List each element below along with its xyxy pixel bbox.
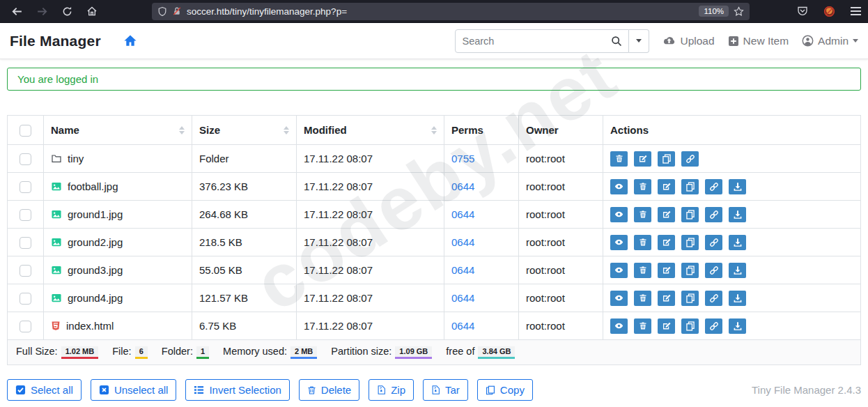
eye-button[interactable]	[610, 263, 628, 278]
column-header-size[interactable]: Size	[192, 116, 297, 145]
edit-button[interactable]	[658, 179, 675, 194]
row-checkbox[interactable]	[20, 181, 31, 193]
menu-icon[interactable]	[851, 7, 861, 15]
admin-menu-button[interactable]: Admin	[802, 35, 858, 47]
zip-button[interactable]: Zip	[369, 379, 414, 401]
trash-button[interactable]	[634, 179, 651, 194]
file-name[interactable]: ground4.jpg	[68, 292, 123, 304]
link-button[interactable]	[705, 318, 722, 334]
column-header-name[interactable]: Name	[44, 116, 192, 145]
tracking-shield-icon[interactable]	[157, 6, 167, 17]
trash-button[interactable]	[634, 291, 651, 306]
perms-link[interactable]: 0644	[451, 264, 474, 276]
link-button[interactable]	[705, 179, 722, 194]
trash-button[interactable]	[634, 263, 651, 278]
file-name[interactable]: ground1.jpg	[68, 208, 123, 220]
copy-button[interactable]	[658, 151, 675, 167]
edit-button[interactable]	[658, 291, 675, 306]
edit-button[interactable]	[634, 151, 651, 167]
column-header-actions: Actions	[603, 116, 861, 145]
file-owner: root:root	[519, 284, 603, 312]
search-input[interactable]	[462, 36, 611, 47]
trash-button[interactable]	[634, 318, 651, 334]
file-name[interactable]: tiny	[68, 153, 84, 164]
copy-button[interactable]: Copy	[477, 379, 533, 401]
eye-icon	[614, 293, 624, 302]
row-checkbox[interactable]	[20, 237, 31, 249]
upload-button[interactable]: Upload	[662, 35, 714, 47]
url-bar[interactable]: soccer.htb/tiny/tinyfilemanager.php?p= 1…	[152, 3, 750, 20]
copy-button[interactable]	[681, 235, 699, 250]
row-checkbox[interactable]	[20, 209, 31, 221]
perms-link[interactable]: 0755	[451, 153, 474, 164]
x-square-icon	[99, 385, 109, 395]
table-row: ground2.jpg 218.5 KB 17.11.22 08:07 0644…	[8, 229, 861, 256]
row-checkbox[interactable]	[20, 153, 31, 165]
page-title: File Manager	[10, 33, 101, 49]
select-all-button[interactable]: Select all	[7, 379, 82, 401]
pocket-icon[interactable]	[797, 6, 808, 17]
perms-link[interactable]: 0644	[451, 181, 474, 192]
perms-link[interactable]: 0644	[451, 320, 474, 332]
reload-icon[interactable]	[57, 2, 77, 20]
file-modified: 17.11.22 08:07	[297, 229, 444, 256]
file-name[interactable]: ground2.jpg	[68, 236, 123, 248]
download-button[interactable]	[729, 291, 746, 306]
download-button[interactable]	[729, 179, 746, 194]
file-name[interactable]: football.jpg	[68, 181, 118, 192]
invert-selection-label: Invert Selection	[209, 384, 281, 396]
home-chrome-icon[interactable]	[82, 2, 102, 20]
perms-link[interactable]: 0644	[451, 236, 474, 248]
select-all-checkbox[interactable]	[20, 125, 31, 137]
search-icon[interactable]	[611, 36, 622, 47]
eye-button[interactable]	[610, 318, 628, 334]
edit-button[interactable]	[658, 263, 675, 278]
back-icon[interactable]	[7, 2, 26, 20]
copy-button[interactable]	[681, 179, 699, 194]
bookmark-star-icon[interactable]	[734, 6, 744, 17]
delete-button[interactable]: Delete	[299, 379, 359, 401]
link-button[interactable]	[681, 151, 699, 167]
invert-selection-button[interactable]: Invert Selection	[185, 379, 289, 401]
copy-button[interactable]	[681, 263, 699, 278]
trash-button[interactable]	[610, 151, 628, 167]
link-button[interactable]	[705, 263, 722, 278]
row-checkbox[interactable]	[20, 293, 31, 305]
link-button[interactable]	[705, 207, 722, 222]
download-button[interactable]	[729, 235, 746, 250]
zoom-level-badge[interactable]: 110%	[699, 6, 729, 17]
download-button[interactable]	[729, 263, 746, 278]
eye-button[interactable]	[610, 207, 628, 222]
home-button[interactable]	[123, 34, 137, 47]
link-button[interactable]	[705, 291, 722, 306]
trash-button[interactable]	[634, 235, 651, 250]
file-name[interactable]: index.html	[66, 320, 114, 332]
file-name[interactable]: ground3.jpg	[68, 264, 123, 276]
new-item-button[interactable]: New Item	[728, 35, 789, 47]
search-options-button[interactable]	[629, 29, 649, 53]
copy-button[interactable]	[681, 318, 699, 334]
forward-icon[interactable]	[32, 2, 52, 20]
download-button[interactable]	[729, 207, 746, 222]
tar-button[interactable]: Tar	[423, 379, 468, 401]
url-text[interactable]: soccer.htb/tiny/tinyfilemanager.php?p=	[187, 6, 694, 17]
copy-button[interactable]	[681, 207, 699, 222]
insecure-lock-icon[interactable]	[172, 6, 182, 16]
column-header-modified[interactable]: Modified	[297, 116, 444, 145]
edit-button[interactable]	[658, 318, 675, 334]
edit-button[interactable]	[658, 207, 675, 222]
eye-button[interactable]	[610, 179, 628, 194]
perms-link[interactable]: 0644	[451, 208, 474, 220]
row-checkbox[interactable]	[20, 321, 31, 332]
edit-button[interactable]	[658, 235, 675, 250]
eye-button[interactable]	[610, 291, 628, 306]
row-checkbox[interactable]	[20, 265, 31, 277]
unselect-all-button[interactable]: Unselect all	[91, 379, 177, 401]
extension-blocked-icon[interactable]	[823, 6, 835, 17]
download-button[interactable]	[729, 318, 746, 334]
copy-button[interactable]	[681, 291, 699, 306]
perms-link[interactable]: 0644	[451, 292, 474, 304]
link-button[interactable]	[705, 235, 722, 250]
trash-button[interactable]	[634, 207, 651, 222]
eye-button[interactable]	[610, 235, 628, 250]
